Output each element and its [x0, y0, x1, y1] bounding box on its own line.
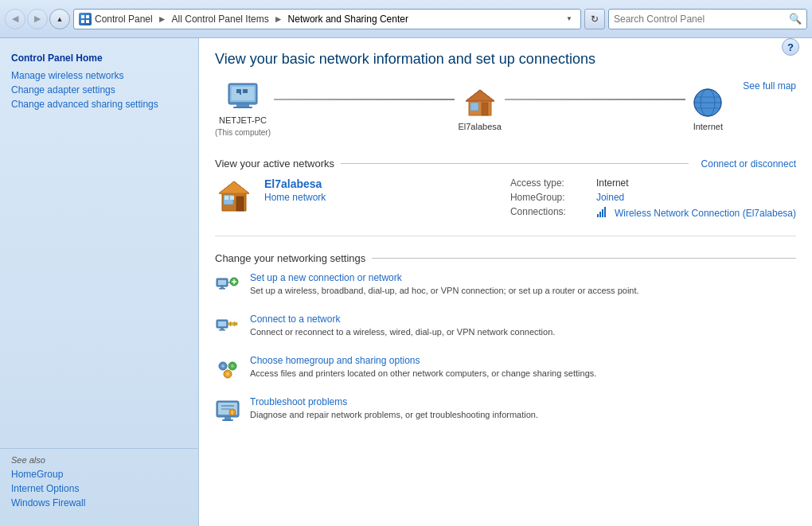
svg-marker-25: [219, 181, 249, 193]
svg-rect-27: [230, 196, 234, 200]
connections-row: Connections: Wireless Network Connection…: [510, 206, 796, 220]
network-node-router: El7alabesa: [458, 87, 501, 131]
wifi-signal-icon: [596, 206, 612, 220]
address-dropdown[interactable]: ▼: [563, 13, 576, 25]
network-node-computer: NETJET-PC (This computer): [215, 80, 271, 137]
breadcrumb-level2[interactable]: Network and Sharing Center: [288, 14, 408, 25]
svg-rect-2: [81, 20, 84, 23]
breadcrumb-root[interactable]: Control Panel: [95, 14, 153, 25]
setting-item-connect-network: Connect to a network Connect or reconnec…: [215, 314, 796, 341]
active-network-item: El7alabesa Home network Access type: Int…: [215, 177, 796, 236]
network-line-2: [505, 99, 685, 100]
homegroup-sharing-icon: [215, 357, 240, 382]
networking-divider: [372, 258, 796, 259]
svg-rect-7: [233, 107, 252, 108]
active-networks-header: View your active networks Connect or dis…: [215, 158, 796, 169]
sidebar-item-change-advanced[interactable]: Change advanced sharing settings: [11, 99, 187, 110]
svg-rect-26: [224, 196, 228, 200]
svg-rect-13: [470, 103, 478, 111]
refresh-button[interactable]: ↻: [584, 9, 605, 29]
homegroup-sharing-desc: Access files and printers located on oth…: [250, 368, 596, 378]
main-layout: Control Panel Home Manage wireless netwo…: [0, 38, 812, 526]
svg-rect-34: [221, 286, 224, 288]
new-connection-content: Set up a new connection or network Set u…: [250, 272, 639, 297]
homegroup-sharing-link[interactable]: Choose homegroup and sharing options: [250, 355, 596, 366]
access-type-row: Access type: Internet: [510, 177, 796, 189]
search-input[interactable]: [614, 14, 786, 25]
troubleshoot-content: Troubleshoot problems Diagnose and repai…: [250, 396, 538, 421]
sidebar-see-also: See also HomeGroup Internet Options Wind…: [0, 448, 198, 518]
svg-rect-56: [222, 419, 233, 421]
svg-rect-41: [218, 321, 226, 326]
sidebar: Control Panel Home Manage wireless netwo…: [0, 38, 199, 526]
connect-network-desc: Connect or reconnect to a wireless, wire…: [250, 327, 555, 337]
node-label-internet: Internet: [693, 122, 723, 131]
see-full-map-link[interactable]: See full map: [743, 80, 796, 92]
network-type-link[interactable]: Home network: [264, 192, 326, 203]
troubleshoot-link[interactable]: Troubleshoot problems: [250, 396, 538, 407]
svg-rect-10: [243, 89, 248, 93]
connections-value[interactable]: Wireless Network Connection (El7alabesa): [615, 208, 796, 219]
svg-rect-1: [86, 15, 89, 18]
network-node-internet: Internet: [689, 87, 727, 131]
active-networks-title: View your active networks: [215, 158, 334, 169]
connections-label: Connections:: [510, 206, 590, 220]
title-bar: ◀ ▶ ▲ Control Panel ► All Control Panel …: [0, 0, 812, 38]
svg-rect-35: [219, 288, 225, 290]
connect-disconnect-link[interactable]: Connect or disconnect: [701, 158, 796, 169]
network-map: NETJET-PC (This computer): [215, 80, 796, 145]
svg-rect-30: [602, 209, 603, 217]
content-area: ? View your basic network information an…: [199, 38, 812, 526]
globe-icon: [689, 87, 727, 119]
sidebar-nav: Control Panel Home Manage wireless netwo…: [0, 46, 198, 119]
svg-rect-14: [482, 103, 488, 115]
svg-rect-8: [232, 87, 254, 100]
troubleshoot-desc: Diagnose and repair network problems, or…: [250, 410, 538, 419]
sidebar-item-internet-options[interactable]: Internet Options: [11, 483, 187, 494]
network-details: Access type: Internet HomeGroup: Joined …: [510, 177, 796, 223]
svg-marker-15: [466, 90, 494, 101]
sidebar-title[interactable]: Control Panel Home: [11, 53, 187, 64]
svg-rect-0: [81, 15, 84, 18]
homegroup-value[interactable]: Joined: [596, 192, 624, 203]
sidebar-item-homegroup[interactable]: HomeGroup: [11, 469, 187, 480]
new-connection-link[interactable]: Set up a new connection or network: [250, 272, 639, 283]
setting-item-homegroup-sharing: Choose homegroup and sharing options Acc…: [215, 355, 796, 382]
house-icon: [461, 87, 499, 119]
network-line-1: [274, 99, 455, 100]
new-connection-icon: [215, 274, 240, 299]
svg-point-51: [231, 364, 234, 368]
svg-rect-3: [86, 20, 89, 23]
connect-network-content: Connect to a network Connect or reconnec…: [250, 314, 555, 338]
address-bar[interactable]: Control Panel ► All Control Panel Items …: [73, 9, 581, 29]
svg-text:!: !: [232, 411, 233, 415]
node-label-router: El7alabesa: [458, 122, 501, 131]
sidebar-item-change-adapter[interactable]: Change adapter settings: [11, 84, 187, 95]
svg-rect-9: [236, 89, 241, 93]
connect-network-icon: [215, 315, 240, 341]
network-name: El7alabesa: [264, 177, 326, 190]
up-button[interactable]: ▲: [49, 9, 70, 29]
svg-rect-29: [599, 212, 601, 217]
section-divider: [341, 163, 689, 164]
svg-point-52: [226, 372, 229, 376]
search-box[interactable]: 🔍: [608, 9, 807, 29]
svg-marker-46: [234, 321, 237, 326]
nav-buttons: ◀ ▶ ▲: [5, 9, 70, 29]
breadcrumb-level1[interactable]: All Control Panel Items: [172, 14, 269, 25]
sidebar-item-windows-firewall[interactable]: Windows Firewall: [11, 497, 187, 508]
new-connection-desc: Set up a wireless, broadband, dial-up, a…: [250, 286, 639, 295]
search-icon[interactable]: 🔍: [789, 13, 802, 25]
back-button[interactable]: ◀: [5, 9, 25, 29]
networking-settings-header: Change your networking settings: [215, 252, 796, 264]
svg-point-50: [221, 364, 224, 368]
connect-network-link[interactable]: Connect to a network: [250, 314, 555, 325]
control-panel-icon: [79, 13, 92, 25]
troubleshoot-icon: !: [215, 398, 240, 423]
homegroup-row: HomeGroup: Joined: [510, 192, 796, 203]
help-button[interactable]: ?: [782, 38, 799, 56]
svg-rect-28: [597, 214, 599, 217]
computer-icon: [224, 80, 262, 112]
sidebar-item-manage-wireless[interactable]: Manage wireless networks: [11, 70, 187, 81]
forward-button[interactable]: ▶: [27, 9, 48, 29]
